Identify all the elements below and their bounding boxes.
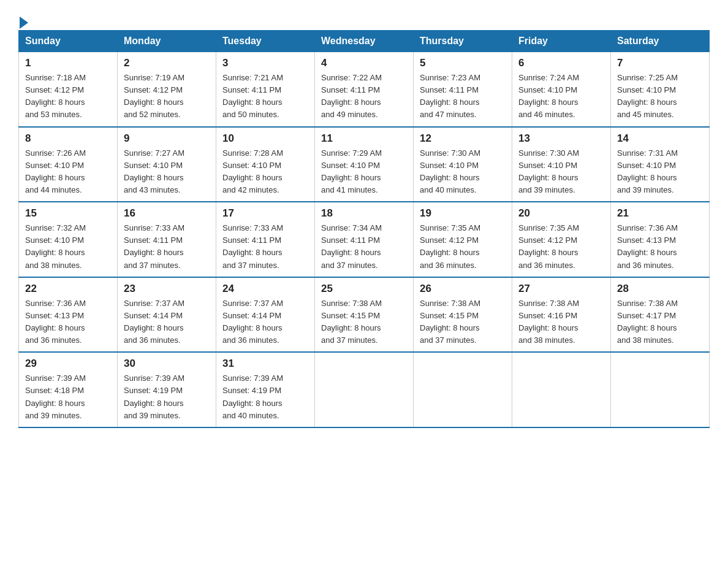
- day-info: Sunrise: 7:39 AMSunset: 4:19 PMDaylight:…: [124, 373, 184, 419]
- day-info: Sunrise: 7:30 AMSunset: 4:10 PMDaylight:…: [420, 148, 480, 194]
- calendar-cell: 25 Sunrise: 7:38 AMSunset: 4:15 PMDaylig…: [315, 277, 414, 353]
- day-info: Sunrise: 7:33 AMSunset: 4:11 PMDaylight:…: [222, 223, 283, 269]
- day-info: Sunrise: 7:36 AMSunset: 4:13 PMDaylight:…: [25, 299, 86, 345]
- calendar-week-row: 8 Sunrise: 7:26 AMSunset: 4:10 PMDayligh…: [19, 127, 710, 202]
- calendar-cell: 27 Sunrise: 7:38 AMSunset: 4:16 PMDaylig…: [512, 277, 611, 353]
- day-info: Sunrise: 7:28 AMSunset: 4:10 PMDaylight:…: [222, 148, 283, 194]
- day-info: Sunrise: 7:36 AMSunset: 4:13 PMDaylight:…: [617, 223, 678, 269]
- weekday-header-wednesday: Wednesday: [315, 31, 414, 52]
- calendar-cell: 15 Sunrise: 7:32 AMSunset: 4:10 PMDaylig…: [19, 202, 118, 277]
- day-number: 22: [25, 283, 111, 295]
- day-number: 9: [124, 132, 210, 145]
- weekday-header-thursday: Thursday: [414, 31, 512, 52]
- day-info: Sunrise: 7:22 AMSunset: 4:11 PMDaylight:…: [321, 73, 382, 119]
- day-number: 4: [321, 57, 407, 69]
- calendar-cell: 24 Sunrise: 7:37 AMSunset: 4:14 PMDaylig…: [216, 277, 315, 353]
- day-number: 5: [420, 57, 506, 69]
- day-number: 17: [222, 207, 308, 220]
- calendar-cell: 11 Sunrise: 7:29 AMSunset: 4:10 PMDaylig…: [315, 127, 414, 202]
- day-number: 3: [222, 57, 308, 69]
- day-info: Sunrise: 7:25 AMSunset: 4:10 PMDaylight:…: [617, 73, 678, 119]
- day-info: Sunrise: 7:35 AMSunset: 4:12 PMDaylight:…: [420, 223, 480, 269]
- day-info: Sunrise: 7:26 AMSunset: 4:10 PMDaylight:…: [25, 148, 86, 194]
- weekday-header-tuesday: Tuesday: [216, 31, 315, 52]
- day-number: 26: [420, 283, 506, 295]
- calendar-cell: 1 Sunrise: 7:18 AMSunset: 4:12 PMDayligh…: [19, 52, 118, 127]
- calendar-cell: [414, 352, 512, 427]
- day-number: 25: [321, 283, 407, 295]
- day-info: Sunrise: 7:31 AMSunset: 4:10 PMDaylight:…: [617, 148, 678, 194]
- day-number: 31: [222, 358, 308, 370]
- calendar-table: SundayMondayTuesdayWednesdayThursdayFrid…: [18, 30, 710, 428]
- day-number: 10: [222, 132, 308, 145]
- calendar-cell: 23 Sunrise: 7:37 AMSunset: 4:14 PMDaylig…: [118, 277, 216, 353]
- day-info: Sunrise: 7:34 AMSunset: 4:11 PMDaylight:…: [321, 223, 382, 269]
- day-number: 12: [420, 132, 506, 145]
- day-number: 14: [617, 132, 703, 145]
- day-number: 21: [617, 207, 703, 220]
- day-number: 13: [518, 132, 604, 145]
- day-info: Sunrise: 7:18 AMSunset: 4:12 PMDaylight:…: [25, 73, 86, 119]
- calendar-cell: 12 Sunrise: 7:30 AMSunset: 4:10 PMDaylig…: [414, 127, 512, 202]
- day-number: 27: [518, 283, 604, 295]
- calendar-cell: 9 Sunrise: 7:27 AMSunset: 4:10 PMDayligh…: [118, 127, 216, 202]
- day-info: Sunrise: 7:27 AMSunset: 4:10 PMDaylight:…: [124, 148, 184, 194]
- calendar-week-row: 22 Sunrise: 7:36 AMSunset: 4:13 PMDaylig…: [19, 277, 710, 353]
- day-number: 19: [420, 207, 506, 220]
- day-info: Sunrise: 7:24 AMSunset: 4:10 PMDaylight:…: [518, 73, 579, 119]
- calendar-cell: 30 Sunrise: 7:39 AMSunset: 4:19 PMDaylig…: [118, 352, 216, 427]
- calendar-cell: 26 Sunrise: 7:38 AMSunset: 4:15 PMDaylig…: [414, 277, 512, 353]
- day-number: 28: [617, 283, 703, 295]
- day-info: Sunrise: 7:38 AMSunset: 4:16 PMDaylight:…: [518, 299, 579, 345]
- day-number: 30: [124, 358, 210, 370]
- calendar-cell: 28 Sunrise: 7:38 AMSunset: 4:17 PMDaylig…: [611, 277, 710, 353]
- calendar-week-row: 1 Sunrise: 7:18 AMSunset: 4:12 PMDayligh…: [19, 52, 710, 127]
- weekday-header-monday: Monday: [118, 31, 216, 52]
- day-number: 15: [25, 207, 111, 220]
- day-number: 11: [321, 132, 407, 145]
- calendar-cell: 17 Sunrise: 7:33 AMSunset: 4:11 PMDaylig…: [216, 202, 315, 277]
- calendar-cell: 7 Sunrise: 7:25 AMSunset: 4:10 PMDayligh…: [611, 52, 710, 127]
- calendar-cell: 2 Sunrise: 7:19 AMSunset: 4:12 PMDayligh…: [118, 52, 216, 127]
- day-number: 6: [518, 57, 604, 69]
- calendar-cell: 18 Sunrise: 7:34 AMSunset: 4:11 PMDaylig…: [315, 202, 414, 277]
- day-number: 7: [617, 57, 703, 69]
- day-info: Sunrise: 7:35 AMSunset: 4:12 PMDaylight:…: [518, 223, 579, 269]
- logo: [18, 15, 28, 24]
- calendar-cell: 21 Sunrise: 7:36 AMSunset: 4:13 PMDaylig…: [611, 202, 710, 277]
- calendar-cell: 19 Sunrise: 7:35 AMSunset: 4:12 PMDaylig…: [414, 202, 512, 277]
- day-number: 23: [124, 283, 210, 295]
- page-header: [18, 12, 710, 24]
- day-number: 20: [518, 207, 604, 220]
- calendar-cell: 3 Sunrise: 7:21 AMSunset: 4:11 PMDayligh…: [216, 52, 315, 127]
- calendar-cell: 5 Sunrise: 7:23 AMSunset: 4:11 PMDayligh…: [414, 52, 512, 127]
- day-info: Sunrise: 7:38 AMSunset: 4:15 PMDaylight:…: [420, 299, 480, 345]
- day-info: Sunrise: 7:38 AMSunset: 4:17 PMDaylight:…: [617, 299, 678, 345]
- logo-arrow-icon: [20, 17, 28, 29]
- calendar-cell: 4 Sunrise: 7:22 AMSunset: 4:11 PMDayligh…: [315, 52, 414, 127]
- weekday-header-friday: Friday: [512, 31, 611, 52]
- calendar-cell: 29 Sunrise: 7:39 AMSunset: 4:18 PMDaylig…: [19, 352, 118, 427]
- day-info: Sunrise: 7:29 AMSunset: 4:10 PMDaylight:…: [321, 148, 382, 194]
- calendar-cell: 16 Sunrise: 7:33 AMSunset: 4:11 PMDaylig…: [118, 202, 216, 277]
- day-number: 1: [25, 57, 111, 69]
- day-info: Sunrise: 7:32 AMSunset: 4:10 PMDaylight:…: [25, 223, 86, 269]
- day-info: Sunrise: 7:37 AMSunset: 4:14 PMDaylight:…: [222, 299, 283, 345]
- day-info: Sunrise: 7:30 AMSunset: 4:10 PMDaylight:…: [518, 148, 579, 194]
- day-info: Sunrise: 7:19 AMSunset: 4:12 PMDaylight:…: [124, 73, 184, 119]
- day-info: Sunrise: 7:39 AMSunset: 4:18 PMDaylight:…: [25, 373, 86, 419]
- calendar-cell: 10 Sunrise: 7:28 AMSunset: 4:10 PMDaylig…: [216, 127, 315, 202]
- calendar-week-row: 15 Sunrise: 7:32 AMSunset: 4:10 PMDaylig…: [19, 202, 710, 277]
- weekday-header-row: SundayMondayTuesdayWednesdayThursdayFrid…: [19, 31, 710, 52]
- calendar-cell: 20 Sunrise: 7:35 AMSunset: 4:12 PMDaylig…: [512, 202, 611, 277]
- calendar-week-row: 29 Sunrise: 7:39 AMSunset: 4:18 PMDaylig…: [19, 352, 710, 427]
- day-number: 16: [124, 207, 210, 220]
- day-number: 29: [25, 358, 111, 370]
- calendar-cell: 8 Sunrise: 7:26 AMSunset: 4:10 PMDayligh…: [19, 127, 118, 202]
- weekday-header-sunday: Sunday: [19, 31, 118, 52]
- day-number: 2: [124, 57, 210, 69]
- weekday-header-saturday: Saturday: [611, 31, 710, 52]
- calendar-cell: [611, 352, 710, 427]
- calendar-cell: [512, 352, 611, 427]
- calendar-cell: [315, 352, 414, 427]
